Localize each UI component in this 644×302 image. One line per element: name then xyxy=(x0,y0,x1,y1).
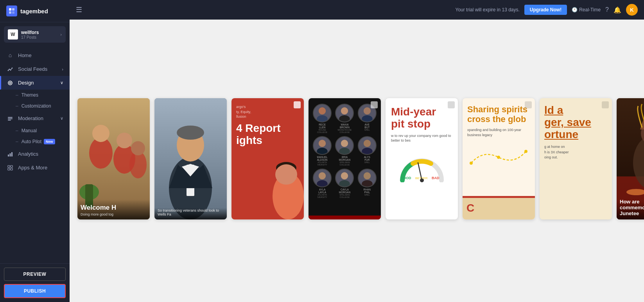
sidebar-item-design[interactable]: Design ∨ xyxy=(0,76,70,90)
workspace-selector[interactable]: W wellfors 17 Posts › xyxy=(4,26,66,43)
svg-point-22 xyxy=(92,125,109,142)
card-3-tag: argo'sty, Equity,llusion xyxy=(236,104,299,119)
workspace-arrow: › xyxy=(60,32,62,37)
sidebar-sub-autopilot[interactable]: Auto Pilot New xyxy=(0,136,70,147)
feed-card-1[interactable]: Welcome H Doing more good tog xyxy=(77,98,150,219)
feed-card-3[interactable]: argo'sty, Equity,llusion 4 Reportights xyxy=(231,98,304,219)
svg-point-49 xyxy=(364,140,371,147)
svg-point-53 xyxy=(341,172,348,179)
sidebar-item-analytics[interactable]: Analytics xyxy=(0,147,70,161)
sidebar: tagembed W wellfors 17 Posts › ⌂ Home xyxy=(0,0,70,302)
moderation-arrow: ∨ xyxy=(60,116,63,121)
svg-rect-2 xyxy=(9,11,11,14)
svg-point-4 xyxy=(8,70,9,71)
bell-icon[interactable]: 🔔 xyxy=(614,6,621,14)
svg-text:BAD: BAD xyxy=(432,176,439,180)
svg-point-54 xyxy=(339,180,350,187)
svg-point-44 xyxy=(362,115,373,122)
feed-card-8[interactable]: How arecommemoJunetee xyxy=(617,98,644,219)
feed-card-6[interactable]: Sharing spirits cross the glob xpanding … xyxy=(463,98,535,219)
card-4-checkbox[interactable] xyxy=(371,101,378,108)
svg-text:BETTER: BETTER xyxy=(415,176,428,180)
card-5-title: Mid-year pit stop xyxy=(391,106,452,130)
svg-point-24 xyxy=(117,133,132,148)
svg-rect-13 xyxy=(8,155,9,156)
manual-label: Manual xyxy=(22,128,37,133)
card-6-subtitle: xpanding and building on 100-year busine… xyxy=(467,128,530,138)
svg-point-52 xyxy=(317,180,328,187)
card-8-title: How arecommemoJunetee xyxy=(620,199,644,216)
sidebar-analytics-label: Analytics xyxy=(18,151,38,157)
svg-point-51 xyxy=(319,172,326,179)
feed-card-4[interactable]: RECELLEN HOUSECOLLEGE MAKAIBROWN MOREHOU… xyxy=(309,98,381,219)
sidebar-bottom: PREVIEW PUBLISH xyxy=(0,263,70,302)
publish-button[interactable]: PUBLISH xyxy=(4,284,66,298)
card-7-title: ld ager, saveortune xyxy=(544,104,607,140)
svg-point-43 xyxy=(364,107,371,114)
feed-card-7[interactable]: ld ager, saveortune g at home onh is 3X … xyxy=(540,98,612,219)
svg-point-6 xyxy=(10,69,11,70)
sidebar-apps-more-label: Apps & More xyxy=(18,165,47,171)
nav-list: ⌂ Home Social Feeds › xyxy=(0,47,70,263)
svg-rect-15 xyxy=(11,152,13,156)
sidebar-item-moderation[interactable]: Moderation ∨ xyxy=(0,111,70,125)
svg-point-62 xyxy=(470,162,473,165)
help-icon[interactable]: ? xyxy=(605,6,609,13)
sidebar-sub-customization[interactable]: Customization xyxy=(0,101,70,111)
svg-point-26 xyxy=(131,141,145,155)
card-5-checkbox[interactable] xyxy=(448,101,455,108)
logo-icon xyxy=(6,5,17,16)
svg-point-34 xyxy=(177,126,204,140)
design-arrow: ∨ xyxy=(60,80,63,85)
trial-text: Your trial will expire in 13 days. xyxy=(456,7,520,13)
menu-icon[interactable]: ☰ xyxy=(76,5,82,14)
sidebar-sub-manual[interactable]: Manual xyxy=(0,125,70,136)
sidebar-item-apps-more[interactable]: Apps & More xyxy=(0,161,70,174)
card-7-subtitle: g at home onh is 3X cheaperoing out. xyxy=(544,144,607,160)
card-5-subtitle: w to rev up your company rom good to bet… xyxy=(391,133,452,143)
feed-area: Welcome H Doing more good tog xyxy=(70,20,644,302)
autopilot-badge: New xyxy=(44,139,55,144)
svg-text:GOOD: GOOD xyxy=(400,176,411,180)
svg-point-64 xyxy=(524,150,527,153)
avatar[interactable]: K xyxy=(626,4,638,16)
svg-point-47 xyxy=(341,140,348,147)
feed-card-2[interactable]: So transitioning veterans should look to… xyxy=(154,98,227,219)
svg-point-38 xyxy=(275,164,297,185)
customization-label: Customization xyxy=(22,103,51,109)
card-7-checkbox[interactable] xyxy=(602,101,609,108)
feed-card-5[interactable]: Mid-year pit stop w to rev up your compa… xyxy=(386,98,458,219)
preview-button[interactable]: PREVIEW xyxy=(4,268,66,281)
sidebar-item-home[interactable]: ⌂ Home xyxy=(0,48,70,62)
realtime-label: Real-Time xyxy=(579,7,601,13)
svg-rect-11 xyxy=(8,118,13,119)
card-4-bar xyxy=(309,216,381,219)
card-6-checkbox[interactable] xyxy=(525,101,532,108)
workspace-icon: W xyxy=(8,29,18,40)
themes-label: Themes xyxy=(22,92,38,98)
svg-point-39 xyxy=(319,107,326,114)
svg-point-45 xyxy=(319,140,326,147)
sidebar-item-home-label: Home xyxy=(18,52,32,58)
realtime-button[interactable]: 🕐 Real-Time xyxy=(572,7,601,13)
svg-point-8 xyxy=(8,81,12,85)
svg-rect-17 xyxy=(11,165,13,167)
sidebar-logo: tagembed xyxy=(0,0,70,22)
feed-scroll: Welcome H Doing more good tog xyxy=(70,98,644,223)
svg-point-56 xyxy=(362,180,373,187)
svg-point-5 xyxy=(9,68,10,70)
upgrade-button[interactable]: Upgrade Now! xyxy=(524,5,567,15)
svg-rect-67 xyxy=(463,196,535,198)
sidebar-item-social-feeds[interactable]: Social Feeds › xyxy=(0,62,70,76)
svg-point-41 xyxy=(341,107,348,114)
sidebar-sub-themes[interactable]: Themes xyxy=(0,90,70,101)
card-1-title: Welcome H xyxy=(81,204,147,212)
logo-text: tagembed xyxy=(20,8,48,14)
svg-rect-0 xyxy=(9,8,11,11)
topbar-left: ☰ xyxy=(76,5,82,14)
topbar: ☰ Your trial will expire in 13 days. Upg… xyxy=(70,0,644,20)
card-2-subtitle: So transitioning veterans should look to… xyxy=(158,209,224,216)
clock-icon: 🕐 xyxy=(572,7,578,13)
card-1-subtitle: Doing more good tog xyxy=(81,212,147,216)
svg-point-46 xyxy=(317,148,328,155)
